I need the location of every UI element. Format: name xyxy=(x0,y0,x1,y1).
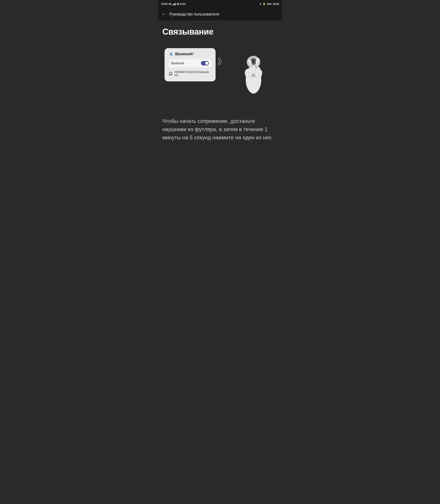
status-right: ✗ 🔋 42% 19:55 xyxy=(260,3,279,6)
bluetooth-card: Bluetooth® Bluetooth 🎧 HONOR CHOICE Earb… xyxy=(165,48,216,81)
status-left: YOTA 4G 86,5 K/s xyxy=(161,3,186,5)
bt-toggle-row: Bluetooth xyxy=(168,59,212,67)
back-button[interactable]: ← xyxy=(162,12,166,17)
bluetooth-symbol-icon xyxy=(168,52,173,56)
page-heading: Связывание xyxy=(162,27,278,37)
time-label: 19:55 xyxy=(273,3,279,5)
bt-toggle-label: Bluetooth xyxy=(171,61,184,65)
bt-brand-label: Bluetooth® xyxy=(175,52,194,56)
carrier-label: YOTA xyxy=(161,3,168,5)
bt-card-header: Bluetooth® xyxy=(168,52,212,56)
nav-bar: ← Руководство пользователя xyxy=(158,8,282,20)
sound-waves xyxy=(216,56,223,67)
bt-toggle-switch[interactable] xyxy=(201,61,209,65)
headphones-icon: 🎧 xyxy=(168,72,173,76)
main-content: Связывание Bluetooth® Bluetooth 🎧 xyxy=(158,20,282,151)
signal-bars xyxy=(173,3,176,5)
status-bar: YOTA 4G 86,5 K/s ✗ 🔋 42% 19:55 xyxy=(158,0,282,8)
bluetooth-icon: ✗ xyxy=(260,3,261,6)
battery-percent: 42% xyxy=(267,3,272,5)
bt-device-name: HONOR CHOICE Earbuds X5 xyxy=(175,70,212,77)
description-text: Чтобы начать сопряжение, достаньте наушн… xyxy=(162,117,278,142)
bt-device-row: 🎧 HONOR CHOICE Earbuds X5 xyxy=(168,70,212,78)
svg-point-3 xyxy=(252,60,255,63)
nav-title: Руководство пользователя xyxy=(169,12,219,17)
network-type: 4G xyxy=(168,3,172,5)
speed-label: 86,5 K/s xyxy=(177,3,186,5)
battery-icon: 🔋 xyxy=(262,3,266,6)
earbud-illustration xyxy=(231,44,275,108)
illustration-area: Bluetooth® Bluetooth 🎧 HONOR CHOICE Earb… xyxy=(162,44,278,108)
